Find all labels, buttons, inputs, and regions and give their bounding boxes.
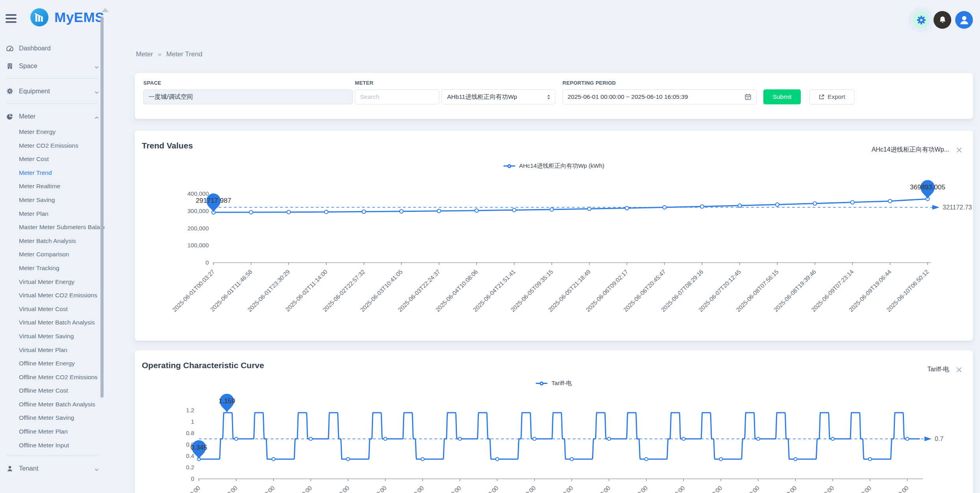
sidebar-item-offline-meter-energy[interactable]: Offline Meter Energy <box>0 357 104 371</box>
myems-logo-icon <box>30 8 49 27</box>
data-point-marker <box>272 458 275 461</box>
trend-chart[interactable]: 0100,000200,000300,000400,0002025-06-01T… <box>143 173 972 339</box>
sidebar-item-meter-co2-emissions[interactable]: Meter CO2 Emissions <box>0 139 104 153</box>
close-icon[interactable] <box>956 146 963 154</box>
meter-label: METER <box>355 80 373 86</box>
sidebar-item-meter-cost[interactable]: Meter Cost <box>0 152 104 166</box>
sidebar-item-virtual-meter-batch-analysis[interactable]: Virtual Meter Batch Analysis <box>0 316 104 330</box>
pie-icon <box>6 113 13 120</box>
export-button[interactable]: Export <box>809 89 854 104</box>
submit-button[interactable]: Submit <box>763 89 801 104</box>
x-tick-label: 2025-06-02T11:14:00 <box>284 268 329 313</box>
sidebar-item-master-meter-submeters-balance[interactable]: Master Meter Submeters Balance <box>0 221 104 234</box>
sidebar-item-virtual-meter-saving[interactable]: Virtual Meter Saving <box>0 330 104 343</box>
markpoint-label: 291717.987 <box>196 197 231 204</box>
x-tick-label: 2025-06-06T20:45:47 <box>622 268 667 313</box>
sidebar-item-meter-tracking[interactable]: Meter Tracking <box>0 261 104 275</box>
x-tick-label: 2025-06-04T10:08:06 <box>434 268 479 313</box>
data-point-marker <box>813 202 817 205</box>
trend-legend[interactable]: AHc14进线柜正向有功Wp (kWh) <box>135 162 973 170</box>
sidebar-item-virtual-meter-plan[interactable]: Virtual Meter Plan <box>0 343 104 357</box>
sidebar-item-virtual-meter-cost[interactable]: Virtual Meter Cost <box>0 302 104 316</box>
meter-search-input[interactable] <box>355 89 439 104</box>
sidebar-item-virtual-meter-co2-emissions[interactable]: Virtual Meter CO2 Emissions <box>0 289 104 302</box>
x-tick-label: 2025-06-01T00:00:00 <box>156 484 201 493</box>
occ-card-tab: Tariff-电 <box>927 365 963 374</box>
sidebar-item-offline-meter-cost[interactable]: Offline Meter Cost <box>0 384 104 398</box>
y-tick-label: 1.2 <box>186 407 194 413</box>
breadcrumb-parent[interactable]: Meter <box>136 50 153 58</box>
filter-panel: SPACE METER AHb11进线柜正向有功Wp REPORTING PER… <box>135 73 973 119</box>
x-tick-label: 2025-06-04T21:51:41 <box>471 268 516 313</box>
sidebar-item-equipment[interactable]: Equipment <box>0 82 104 100</box>
sidebar-item-meter-trend[interactable]: Meter Trend <box>0 166 104 180</box>
sidebar-item-meter-energy[interactable]: Meter Energy <box>0 125 104 139</box>
notifications-button[interactable] <box>934 11 951 29</box>
occ-legend[interactable]: Tariff-电 <box>135 380 973 387</box>
sidebar-item-meter-realtime[interactable]: Meter Realtime <box>0 180 104 193</box>
data-point-marker <box>475 209 478 212</box>
sidebar-item-space[interactable]: Space <box>0 57 104 75</box>
markpoint-label: 369893.005 <box>910 183 945 191</box>
data-point-marker <box>906 437 909 441</box>
sidebar-item-offline-meter-batch-analysis[interactable]: Offline Meter Batch Analysis <box>0 398 104 411</box>
sidebar-item-offline-meter-plan[interactable]: Offline Meter Plan <box>0 425 104 439</box>
close-icon[interactable] <box>956 366 963 373</box>
y-tick-label: 200,000 <box>187 225 209 232</box>
sidebar-item-virtual-meter-energy[interactable]: Virtual Meter Energy <box>0 275 104 289</box>
account-button[interactable] <box>955 11 973 29</box>
y-tick-label: 400,000 <box>187 190 209 197</box>
data-point-marker <box>738 204 741 208</box>
data-point-marker <box>550 208 553 211</box>
sidebar-scrollbar[interactable] <box>100 17 104 398</box>
y-tick-label: 0 <box>206 259 209 266</box>
data-point-marker <box>625 206 629 210</box>
sidebar-item-meter-saving[interactable]: Meter Saving <box>0 193 104 207</box>
sidebar-scroll-up-icon[interactable] <box>102 8 109 12</box>
x-tick-label: 2025-06-07T08:29:16 <box>660 268 705 313</box>
data-point-marker <box>663 206 666 209</box>
y-tick-label: 100,000 <box>187 242 209 248</box>
occ-tab-label[interactable]: Tariff-电 <box>927 365 949 374</box>
menu-toggle-icon[interactable] <box>6 14 17 25</box>
sidebar-item-offline-meter-saving[interactable]: Offline Meter Saving <box>0 411 104 425</box>
average-arrow-icon <box>924 437 932 441</box>
x-tick-label: 2025-06-03T22:24:37 <box>397 268 442 313</box>
brand-logo[interactable]: MyEMS <box>30 8 104 27</box>
breadcrumb-current[interactable]: Meter Trend <box>166 50 202 58</box>
sidebar-item-meter-batch-analysis[interactable]: Meter Batch Analysis <box>0 234 104 248</box>
trend-tab-label[interactable]: AHc14进线柜正向有功Wp... <box>872 146 949 154</box>
brand-name: MyEMS <box>54 9 104 25</box>
gear-icon <box>6 88 13 95</box>
sidebar-item-meter-plan[interactable]: Meter Plan <box>0 207 104 221</box>
settings-button[interactable] <box>913 11 930 28</box>
sidebar-item-offline-meter-input[interactable]: Offline Meter Input <box>0 439 104 452</box>
markpoint-pin: 369893.005 <box>910 180 945 199</box>
y-tick-label: 0 <box>191 475 194 482</box>
sidebar-item-dashboard[interactable]: Dashboard <box>0 39 104 57</box>
sidebar-item-offline-meter-co2-emissions[interactable]: Offline Meter CO2 Emissions <box>0 371 104 384</box>
x-tick-label: 2025-06-09T07:23:14 <box>810 268 855 313</box>
building-icon <box>6 63 13 70</box>
trend-card-tab: AHc14进线柜正向有功Wp... <box>872 146 963 154</box>
data-point-marker <box>249 211 253 214</box>
data-point-marker <box>347 458 350 461</box>
gauge-icon <box>6 45 13 52</box>
sidebar-submenu: Meter EnergyMeter CO2 EmissionsMeter Cos… <box>0 125 104 452</box>
meter-select[interactable]: AHb11进线柜正向有功Wp <box>441 89 555 104</box>
markpoint-label: 0.345 <box>191 444 208 451</box>
sidebar-item-meter-comparison[interactable]: Meter Comparison <box>0 248 104 261</box>
calendar-icon <box>744 93 752 100</box>
sidebar-divider <box>6 456 98 456</box>
data-point-marker <box>384 437 387 441</box>
space-input[interactable] <box>143 89 353 104</box>
reporting-period-input[interactable]: 2025-06-01 00:00:00 ~ 2025-06-10 16:05:3… <box>562 89 757 104</box>
sidebar-item-meter[interactable]: Meter <box>0 107 104 125</box>
data-point-marker <box>287 210 290 214</box>
tariff-chart[interactable]: 00.20.40.60.811.22025-06-01T00:00:002025… <box>143 390 972 493</box>
data-point-marker <box>888 199 892 203</box>
sidebar-item-tenant[interactable]: Tenant <box>0 460 104 477</box>
data-point-marker <box>512 208 516 212</box>
reporting-period-value: 2025-06-01 00:00:00 ~ 2025-06-10 16:05:3… <box>568 93 688 100</box>
chevron-up-icon <box>94 114 99 119</box>
